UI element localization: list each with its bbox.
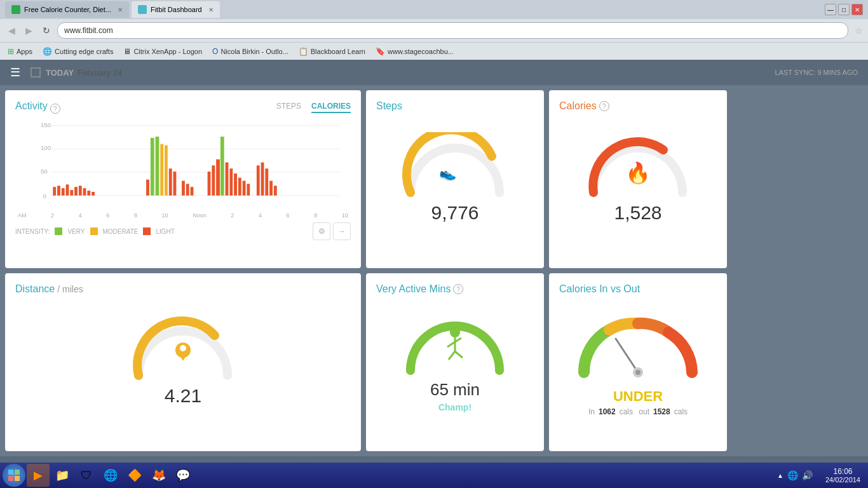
checkbox[interactable] — [31, 67, 41, 78]
svg-rect-22 — [165, 146, 168, 196]
active-mins-gauge-svg — [398, 310, 512, 380]
svg-rect-39 — [261, 163, 264, 196]
bookmark-stagecoach-label: www.stagecoachbu... — [388, 48, 454, 55]
svg-rect-58 — [15, 470, 20, 475]
volume-icon[interactable]: 🔊 — [802, 470, 813, 480]
steps-tab[interactable]: STEPS — [276, 102, 301, 113]
svg-rect-27 — [191, 187, 194, 196]
bookmark-blackboard[interactable]: 📋 Blackboard Learn — [296, 46, 368, 57]
citrix-icon: 🖥 — [123, 47, 131, 56]
dashboard-grid: Activity ? STEPS CALORIES 150 100 50 0 — [0, 85, 868, 456]
maximize-button[interactable]: □ — [838, 4, 850, 15]
calories-card: Calories ? 🔥 1,528 — [549, 90, 727, 268]
svg-rect-38 — [257, 165, 260, 195]
svg-text:👟: 👟 — [439, 165, 457, 182]
tab-fitbit[interactable]: Fitbit Dashboard ✕ — [132, 1, 220, 18]
tab-close-2[interactable]: ✕ — [208, 6, 214, 13]
calvsout-title: Calories In vs Out — [559, 283, 640, 294]
chart-settings-button[interactable]: ⚙ — [313, 222, 330, 240]
tab-close-1[interactable]: ✕ — [118, 6, 123, 13]
svg-line-54 — [616, 339, 638, 372]
cal-out-cals: cals — [674, 407, 688, 416]
bookmark-cutting-edge[interactable]: 🌐 Cutting edge crafts — [40, 46, 116, 57]
bookmark-blackboard-label: Blackboard Learn — [311, 48, 365, 55]
active-mins-value: 65 min — [430, 380, 480, 399]
outlook-icon: O — [212, 47, 218, 56]
taskbar-firefox[interactable]: 🦊 — [147, 464, 170, 487]
cutting-edge-icon: 🌐 — [43, 47, 52, 56]
svg-rect-9 — [57, 186, 60, 195]
svg-line-50 — [447, 342, 455, 347]
app3-icon: 🛡 — [81, 469, 92, 482]
today-label: TODAY — [46, 68, 74, 78]
arrow-up-icon[interactable]: ▲ — [777, 472, 783, 479]
taskbar-file-explorer[interactable]: 📁 — [51, 464, 74, 487]
svg-rect-20 — [156, 137, 159, 196]
svg-rect-15 — [83, 188, 86, 196]
svg-rect-26 — [186, 184, 189, 195]
fitbit-header: ☰ TODAY February 24 LAST SYNC: 9 MINS AG… — [0, 60, 868, 85]
champ-label: Champ! — [438, 402, 471, 412]
back-button[interactable]: ◀ — [5, 24, 18, 37]
system-icons: ▲ 🌐 🔊 — [772, 470, 818, 480]
very-legend-label: VERY — [67, 228, 85, 235]
distance-gauge-svg — [126, 315, 240, 385]
svg-rect-30 — [216, 159, 220, 196]
active-mins-help-icon[interactable]: ? — [453, 284, 463, 294]
taskbar-chrome[interactable]: 🌐 — [99, 464, 122, 487]
address-bar[interactable]: www.fitbit.com — [57, 22, 848, 39]
hamburger-menu[interactable]: ☰ — [10, 65, 20, 79]
calories-gauge-container: 🔥 1,528 — [559, 112, 717, 244]
distance-unit: / miles — [57, 284, 83, 294]
start-button[interactable] — [3, 464, 25, 487]
title-bar: Free Calorie Counter, Diet... ✕ Fitbit D… — [0, 0, 868, 19]
tab-calorie-counter[interactable]: Free Calorie Counter, Diet... ✕ — [5, 1, 129, 18]
active-mins-value-block: 65 min — [430, 380, 480, 400]
browser-chrome: Free Calorie Counter, Diet... ✕ Fitbit D… — [0, 0, 868, 60]
clock-date: 24/02/2014 — [825, 476, 860, 484]
svg-rect-32 — [226, 163, 229, 196]
network-icon[interactable]: 🌐 — [787, 470, 798, 480]
minimize-button[interactable]: — — [825, 4, 836, 15]
bookmark-star[interactable]: ☆ — [855, 25, 863, 36]
taskbar-skype[interactable]: 💬 — [172, 464, 194, 487]
bookmark-apps[interactable]: ⊞ Apps — [5, 46, 35, 57]
file-explorer-icon: 📁 — [55, 468, 69, 482]
taskbar-app3[interactable]: 🛡 — [75, 464, 98, 487]
clock-time: 16:06 — [825, 467, 860, 476]
bookmark-citrix[interactable]: 🖥 Citrix XenApp - Logon — [121, 46, 205, 57]
bookmark-stagecoach[interactable]: 🔖 www.stagecoachbu... — [373, 46, 456, 57]
close-button[interactable]: ✕ — [851, 4, 863, 15]
svg-text:50: 50 — [41, 168, 48, 175]
apps-icon: ⊞ — [8, 47, 14, 56]
calories-value: 1,528 — [614, 202, 661, 224]
reload-button[interactable]: ↻ — [39, 24, 53, 37]
blackboard-icon: 📋 — [299, 47, 308, 56]
bookmark-outlook[interactable]: O Nicola Birkin - Outlo... — [210, 46, 291, 57]
taskbar-vlc[interactable]: 🔶 — [123, 464, 146, 487]
cal-in-value: 1062 — [599, 407, 616, 416]
light-legend-color — [143, 227, 151, 235]
calories-help-icon[interactable]: ? — [599, 101, 609, 111]
forward-button[interactable]: ▶ — [22, 24, 36, 37]
chart-expand-button[interactable]: → — [333, 222, 351, 240]
bookmarks-bar: ⊞ Apps 🌐 Cutting edge crafts 🖥 Citrix Xe… — [0, 42, 868, 60]
cal-in-cals: cals — [620, 407, 633, 416]
taskbar-media-player[interactable]: ▶ — [27, 464, 50, 487]
nav-bar: ◀ ▶ ↻ www.fitbit.com ☆ — [0, 19, 868, 42]
svg-rect-25 — [182, 181, 185, 196]
activity-help-icon[interactable]: ? — [50, 104, 60, 114]
svg-rect-57 — [8, 470, 13, 475]
activity-card: Activity ? STEPS CALORIES 150 100 50 0 — [5, 90, 361, 268]
bookmark-citrix-label: Citrix XenApp - Logon — [133, 48, 202, 55]
svg-rect-29 — [212, 165, 215, 195]
light-legend-label: LIGHT — [156, 228, 174, 235]
cal-in-label: In — [588, 407, 595, 416]
svg-rect-14 — [79, 186, 82, 195]
firefox-icon: 🦊 — [152, 468, 166, 482]
system-clock[interactable]: 16:06 24/02/2014 — [820, 467, 865, 484]
calories-gauge-svg: 🔥 — [581, 132, 695, 202]
calories-tab[interactable]: CALORIES — [311, 102, 351, 113]
svg-rect-60 — [15, 476, 20, 481]
svg-rect-41 — [269, 181, 273, 196]
